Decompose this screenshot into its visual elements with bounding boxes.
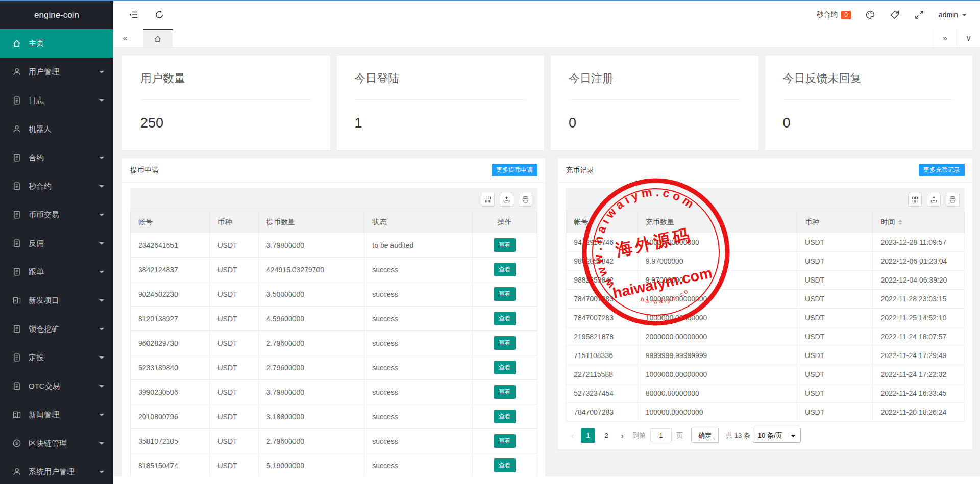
table-cell: success xyxy=(364,282,472,307)
table-cell: 3.79800000 xyxy=(259,380,364,404)
home-icon xyxy=(12,39,21,48)
doc-icon xyxy=(12,210,21,219)
action-cell: 查看 xyxy=(472,307,537,331)
chevron-down-icon xyxy=(99,442,104,447)
sidebar-item-3[interactable]: 日志 xyxy=(0,86,113,115)
view-button[interactable]: 查看 xyxy=(494,312,516,325)
table-cell: success xyxy=(364,258,472,282)
sidebar-item-8[interactable]: 反佣 xyxy=(0,229,113,258)
view-button[interactable]: 查看 xyxy=(494,434,516,448)
jump-page-input[interactable] xyxy=(650,428,672,442)
table-cell: success xyxy=(364,355,472,380)
seccontract-shortcut[interactable]: 秒合约 0 xyxy=(816,10,851,19)
sidebar-item-13[interactable]: OTC交易 xyxy=(0,372,113,400)
sidebar-item-1[interactable]: 主页 xyxy=(0,29,113,58)
tabs-scroll-right[interactable]: » xyxy=(933,29,957,47)
table-cell: 2022-11-24 18:07:57 xyxy=(873,327,965,346)
user-icon xyxy=(12,124,21,134)
table-row: 71511083369999999.99999999USDT2022-11-24… xyxy=(566,346,965,365)
sidebar-item-label: 定投 xyxy=(29,353,44,363)
export-icon xyxy=(930,196,938,203)
more-deposit-button[interactable]: 更多充币记录 xyxy=(919,164,965,176)
table-cell: 9.97000000 xyxy=(638,252,797,271)
view-button[interactable]: 查看 xyxy=(494,263,516,276)
view-button[interactable]: 查看 xyxy=(494,410,516,423)
table-row: 5233189840USDT2.79600000success查看 xyxy=(131,355,537,380)
doc-icon xyxy=(12,153,21,162)
table-cell: USDT xyxy=(210,307,259,331)
sidebar-item-9[interactable]: 跟单 xyxy=(0,258,113,286)
tabs-dropdown[interactable]: ∨ xyxy=(957,29,980,47)
palette-icon[interactable] xyxy=(865,10,875,20)
export-button[interactable] xyxy=(500,193,513,207)
window-top-accent xyxy=(0,0,980,1)
sidebar-item-14[interactable]: 新闻管理 xyxy=(0,400,113,429)
sidebar-item-2[interactable]: 用户管理 xyxy=(0,58,113,86)
table-cell: 2195821878 xyxy=(566,327,638,346)
sidebar-item-15[interactable]: $区块链管理 xyxy=(0,429,113,457)
page-size-select[interactable]: 10 条/页 xyxy=(753,428,801,443)
table-cell: USDT xyxy=(210,404,259,429)
sidebar-item-label: 新闻管理 xyxy=(29,410,59,420)
sidebar-item-11[interactable]: 锁仓挖矿 xyxy=(0,315,113,343)
columns-button[interactable] xyxy=(908,193,922,207)
view-button[interactable]: 查看 xyxy=(494,238,516,252)
collapse-sidebar-icon[interactable] xyxy=(129,10,139,20)
stats-row: 用户数量250今日登陆1今日注册0今日反馈未回复0 xyxy=(122,56,972,150)
tab-home[interactable] xyxy=(143,29,173,47)
table-cell: 2022-11-28 23:03:15 xyxy=(873,290,965,309)
columns-button[interactable] xyxy=(481,193,495,207)
jump-suffix-label: 页 xyxy=(676,431,683,440)
sidebar-item-6[interactable]: 秒合约 xyxy=(0,172,113,200)
sidebar-item-label: 用户管理 xyxy=(29,67,59,77)
export-button[interactable] xyxy=(927,193,941,207)
sidebar-item-7[interactable]: 币币交易 xyxy=(0,200,113,229)
sort-icon[interactable] xyxy=(898,220,902,225)
table-row: 2010800796USDT3.18800000success查看 xyxy=(131,404,537,429)
table-cell: USDT xyxy=(797,327,873,346)
table-cell: 2022-11-25 14:52:10 xyxy=(873,309,965,327)
chevron-down-icon xyxy=(99,328,104,333)
table-row: 3842124837USDT424915.03279700success查看 xyxy=(131,258,537,282)
refresh-icon[interactable] xyxy=(154,10,164,20)
user-menu[interactable]: admin xyxy=(939,11,967,19)
print-button[interactable] xyxy=(519,193,532,207)
page-button-2[interactable]: 2 xyxy=(599,428,614,443)
sidebar-item-5[interactable]: 合约 xyxy=(0,143,113,172)
page-button-1[interactable]: 1 xyxy=(581,428,595,443)
table-cell: 7151108336 xyxy=(566,346,638,365)
sidebar-item-label: 跟单 xyxy=(29,267,44,277)
prev-page-button[interactable]: ‹ xyxy=(566,428,579,443)
table-cell: 2.79600000 xyxy=(259,355,364,380)
view-button[interactable]: 查看 xyxy=(494,361,516,374)
action-cell: 查看 xyxy=(472,355,537,380)
table-cell: USDT xyxy=(210,453,259,478)
table-cell: 9882859842 xyxy=(566,252,638,271)
tabs-scroll-left[interactable]: « xyxy=(113,29,137,47)
stat-card-1: 用户数量250 xyxy=(122,56,330,150)
view-button[interactable]: 查看 xyxy=(494,336,516,350)
sidebar-item-12[interactable]: 定投 xyxy=(0,343,113,372)
confirm-page-button[interactable]: 确定 xyxy=(691,428,719,443)
more-withdraw-button[interactable]: 更多提币申请 xyxy=(492,164,537,176)
sidebar-item-16[interactable]: 系统用户管理 xyxy=(0,457,113,484)
sidebar-item-label: 主页 xyxy=(29,39,44,48)
doc-icon xyxy=(12,324,21,334)
next-page-button[interactable]: › xyxy=(616,428,629,443)
stat-title: 今日反馈未回复 xyxy=(783,71,955,100)
sidebar-item-label: 机器人 xyxy=(29,124,52,134)
fullscreen-icon[interactable] xyxy=(914,10,924,20)
view-button[interactable]: 查看 xyxy=(494,287,516,301)
table-cell: USDT xyxy=(797,309,873,327)
view-button[interactable]: 查看 xyxy=(494,458,516,472)
sidebar-item-label: 新发项目 xyxy=(29,296,59,305)
sidebar-item-4[interactable]: 机器人 xyxy=(0,115,113,143)
stat-title: 今日登陆 xyxy=(355,71,527,100)
table-cell: 2022-11-24 16:33:45 xyxy=(873,384,965,403)
table-row: 527323745480000.00000000USDT2022-11-24 1… xyxy=(566,384,965,403)
tag-icon[interactable] xyxy=(890,10,900,20)
chevron-down-icon xyxy=(99,157,104,162)
view-button[interactable]: 查看 xyxy=(494,385,516,399)
sidebar-item-10[interactable]: 新发项目 xyxy=(0,286,113,315)
print-button[interactable] xyxy=(946,193,960,207)
